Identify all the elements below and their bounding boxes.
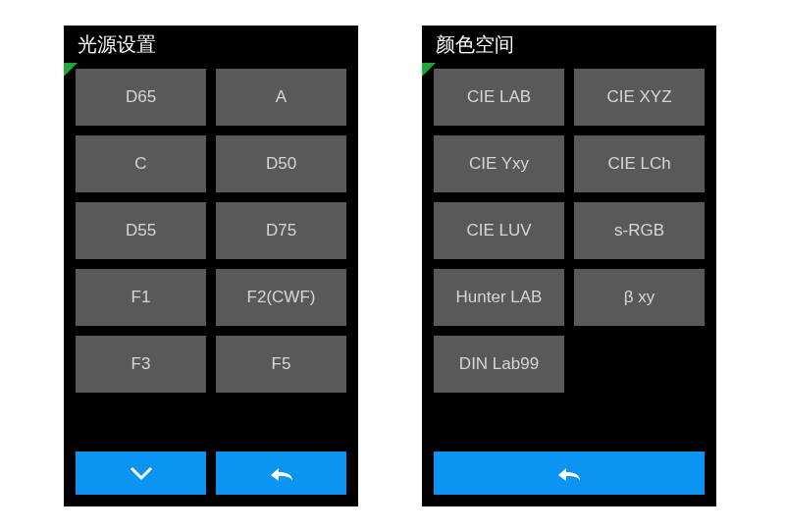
option-label: CIE LAB	[467, 87, 531, 107]
selection-indicator-icon	[422, 63, 436, 77]
option-label: D75	[266, 221, 296, 240]
option-button[interactable]: Hunter LAB	[434, 269, 564, 326]
back-button[interactable]	[434, 452, 705, 495]
option-button[interactable]: CIE LAB	[434, 69, 564, 126]
option-label: D50	[266, 154, 296, 174]
options-area: D65 A C D50 D55 D75 F1 F2(CWF) F3 F5	[64, 63, 358, 393]
option-button[interactable]: CIE XYZ	[574, 69, 705, 126]
color-space-screen: 颜色空间 CIE LAB CIE XYZ CIE Yxy CIE LCh CIE…	[422, 26, 716, 506]
option-button[interactable]: D65	[76, 69, 206, 126]
bottom-bar	[76, 452, 346, 495]
option-label: CIE Yxy	[469, 154, 529, 174]
option-button[interactable]: CIE LUV	[434, 202, 564, 259]
option-label: CIE LCh	[607, 154, 670, 174]
option-button[interactable]: D75	[216, 202, 346, 259]
option-button[interactable]: D50	[216, 135, 346, 192]
option-label: s-RGB	[614, 221, 664, 240]
screen-title: 光源设置	[64, 26, 358, 63]
option-label: C	[134, 154, 146, 174]
screen-title-text: 颜色空间	[436, 31, 514, 58]
option-button[interactable]: CIE LCh	[574, 135, 705, 192]
screen-title: 颜色空间	[422, 26, 716, 63]
options-grid: D65 A C D50 D55 D75 F1 F2(CWF) F3 F5	[76, 69, 346, 393]
bottom-bar	[434, 452, 705, 495]
option-button[interactable]: F5	[216, 336, 346, 393]
option-button[interactable]: A	[216, 69, 346, 126]
back-arrow-icon	[554, 463, 584, 483]
option-label: Hunter LAB	[456, 288, 543, 307]
option-label: F5	[272, 354, 291, 374]
options-grid: CIE LAB CIE XYZ CIE Yxy CIE LCh CIE LUV …	[434, 69, 705, 393]
illuminant-settings-screen: 光源设置 D65 A C D50 D55 D75 F1 F2(CWF) F3 F…	[64, 26, 358, 506]
option-label: A	[276, 87, 287, 107]
option-button[interactable]: D55	[76, 202, 206, 259]
option-label: F3	[131, 354, 151, 374]
option-button[interactable]: s-RGB	[574, 202, 705, 259]
option-button[interactable]: F3	[76, 336, 206, 393]
option-label: CIE XYZ	[606, 87, 671, 107]
chevron-down-icon	[128, 464, 155, 482]
option-label: D65	[126, 87, 156, 107]
option-button[interactable]: F2(CWF)	[216, 269, 346, 326]
selection-indicator-icon	[64, 63, 78, 77]
option-button[interactable]: DIN Lab99	[434, 336, 564, 393]
option-label: F2(CWF)	[247, 288, 316, 307]
option-button[interactable]: β xy	[574, 269, 705, 326]
options-area: CIE LAB CIE XYZ CIE Yxy CIE LCh CIE LUV …	[422, 63, 716, 393]
option-button[interactable]: CIE Yxy	[434, 135, 564, 192]
back-arrow-icon	[267, 463, 296, 483]
page-down-button[interactable]	[76, 452, 206, 495]
option-button[interactable]: F1	[76, 269, 206, 326]
option-label: CIE LUV	[466, 221, 531, 240]
option-label: F1	[131, 288, 151, 307]
option-label: β xy	[624, 288, 655, 307]
option-label: D55	[126, 221, 156, 240]
option-button[interactable]: C	[76, 135, 206, 192]
screen-title-text: 光源设置	[78, 31, 156, 58]
option-label: DIN Lab99	[459, 354, 539, 374]
back-button[interactable]	[216, 452, 346, 495]
